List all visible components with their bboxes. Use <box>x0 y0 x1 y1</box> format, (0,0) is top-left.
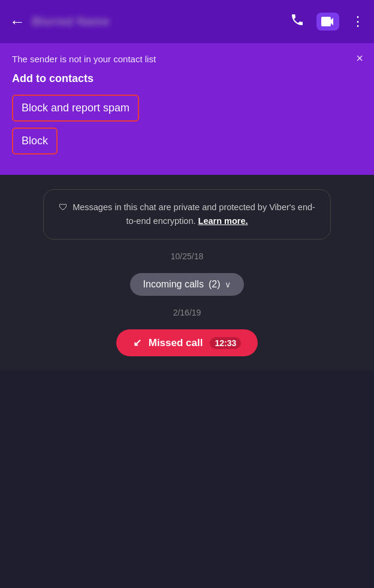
incoming-calls-pill[interactable]: Incoming calls (2) ∨ <box>130 273 245 296</box>
not-in-contacts-text: The sender is not in your contact list <box>12 54 362 64</box>
e2e-notice-text: Messages in this chat are private and pr… <box>73 202 315 226</box>
date-stamp-1: 10/25/18 <box>171 251 204 261</box>
back-button[interactable]: ← <box>10 13 25 31</box>
top-bar: ← Blurred Name ⋮ <box>0 0 374 43</box>
chat-area: 🛡 Messages in this chat are private and … <box>0 175 374 371</box>
contact-name: Blurred Name <box>32 15 283 28</box>
more-options-icon[interactable]: ⋮ <box>351 14 364 29</box>
phone-icon[interactable] <box>290 13 304 31</box>
missed-call-label: Missed call <box>149 337 203 349</box>
missed-call-time: 12:33 <box>210 337 241 349</box>
missed-call-pill[interactable]: ↙ Missed call 12:33 <box>116 329 258 356</box>
not-in-contacts-banner: × The sender is not in your contact list… <box>0 43 374 175</box>
shield-icon: 🛡 <box>59 202 68 212</box>
video-call-button[interactable] <box>316 13 339 31</box>
missed-call-arrow-icon: ↙ <box>133 337 141 349</box>
incoming-calls-label: Incoming calls <box>143 279 204 290</box>
date-stamp-2: 2/16/19 <box>173 308 201 317</box>
incoming-calls-count: (2) <box>209 279 221 290</box>
top-bar-icons: ⋮ <box>290 13 364 31</box>
add-to-contacts-button[interactable]: Add to contacts <box>12 72 362 85</box>
e2e-notice: 🛡 Messages in this chat are private and … <box>43 189 331 240</box>
block-button[interactable]: Block <box>12 128 58 154</box>
learn-more-link[interactable]: Learn more. <box>198 216 248 226</box>
block-report-spam-button[interactable]: Block and report spam <box>12 95 139 122</box>
chevron-down-icon: ∨ <box>225 280 231 289</box>
